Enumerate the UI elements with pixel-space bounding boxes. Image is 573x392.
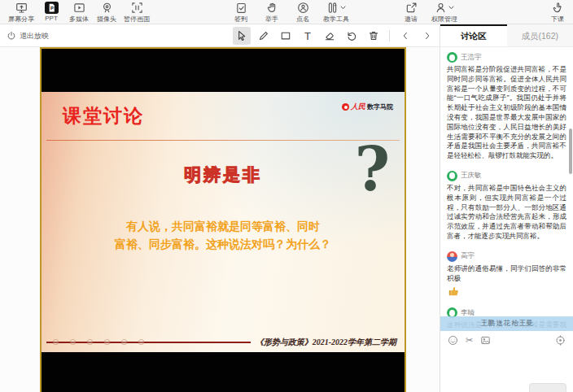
chevron-right-icon: [422, 31, 432, 41]
rectangle-icon: [280, 30, 291, 41]
next-page-button[interactable]: [418, 27, 436, 45]
send-button[interactable]: [529, 383, 566, 392]
chat-message: 王浩宇 共同富裕是分阶段促进共同富裕，不是同时同步同等富裕。促进全体人民共同富裕…: [447, 52, 566, 161]
toolbar-label: PPT: [45, 15, 58, 22]
pen-icon: [258, 30, 269, 41]
toolbar-group-left: 屏幕分享 P PPT 多媒体 摄像头 暂停画面: [8, 2, 150, 24]
svg-text:P: P: [50, 6, 53, 11]
brand-name: 人民: [351, 102, 365, 112]
slide-headline: 明辨是非: [42, 163, 405, 186]
gift-notification-text: 王鹏 送花 给王曼: [480, 319, 532, 329]
cursor-tool[interactable]: [233, 27, 251, 45]
record-icon[interactable]: [555, 335, 566, 346]
image-icon[interactable]: [480, 335, 491, 346]
toolbar-label: 暂停画面: [124, 15, 150, 24]
toolbar-label: 权限管理: [431, 15, 457, 24]
chevron-down-icon: [448, 6, 454, 10]
invite-button[interactable]: 邀请: [400, 2, 422, 24]
tab-discussion[interactable]: 讨论区: [440, 24, 507, 46]
message-text: 老师讲的通俗易懂，同学们回答的非常积极: [447, 264, 566, 284]
prev-page-button[interactable]: [396, 27, 414, 45]
pause-screen-button[interactable]: 暂停画面: [124, 2, 150, 24]
permission-icon: [435, 2, 447, 14]
scrollbar-thumb[interactable]: [569, 128, 572, 174]
teaching-tools-icon: [326, 2, 339, 14]
presentation-area: 课堂讨论 人民 数字马院 明辨是非 ? 有人说，共同富裕就是同等富裕、同时 富裕…: [0, 47, 440, 392]
brand-logo: 人民 数字马院: [342, 102, 393, 112]
toolbar-label: 点名: [296, 15, 309, 24]
toolbar-group-right: 邀请 权限管理: [400, 2, 457, 24]
text-tool[interactable]: T: [299, 27, 317, 45]
toolbar-group-end: 下课: [547, 2, 568, 24]
exit-presentation-label: 退出放映: [20, 31, 49, 41]
slide-question: 有人说，共同富裕就是同等富裕、同时 富裕、同步富裕。这种说法对吗？为什么？: [50, 218, 396, 253]
sender-name: 王浩宇: [461, 53, 482, 63]
toolbar-label: 摄像头: [97, 15, 116, 24]
sidebar: 讨论区 成员(162) 王浩宇 共同富裕是分阶段促进共同富裕，不是同时同步同等富…: [440, 24, 573, 392]
sign-in-icon: [235, 2, 247, 14]
toolbar-label: 多媒体: [69, 15, 89, 24]
tab-members[interactable]: 成员(162): [507, 24, 573, 46]
chat-input-toolbar: ✂: [440, 331, 573, 349]
sign-in-button[interactable]: 签到: [230, 2, 252, 24]
class-dismiss-button[interactable]: 下课: [547, 2, 568, 24]
question-mark: ?: [355, 139, 390, 199]
message-text: 共同富裕是分阶段促进共同富裕，不是同时同步同等富裕。促进全体人民共同富裕是一个从…: [447, 65, 566, 161]
top-toolbar: 屏幕分享 P PPT 多媒体 摄像头 暂停画面 签到 举手 点名: [0, 0, 573, 24]
toolbar-label: 下课: [551, 15, 564, 24]
slide-title: 课堂讨论: [63, 103, 144, 128]
toolbar-group-middle: 签到 举手 点名 教学工具: [230, 2, 349, 24]
exit-presentation-button[interactable]: 退出放映: [7, 24, 49, 47]
screen-share-button[interactable]: 屏幕分享: [8, 2, 34, 24]
slide-divider: [46, 140, 400, 141]
message-list[interactable]: 王浩宇 共同富裕是分阶段促进共同富裕，不是同时同步同等富裕。促进全体人民共同富裕…: [440, 47, 573, 331]
toolbar-label: 举手: [265, 15, 278, 24]
message-text: 不对，共同富裕是中国特色社会主义的根本原则，但实现共同富裕是一个过程，只有鼓励一…: [447, 184, 566, 242]
draw-toolbar: T: [233, 24, 436, 47]
pen-tool[interactable]: [255, 27, 273, 45]
toolbar-label: 教学工具: [323, 15, 349, 24]
invite-icon: [405, 2, 418, 14]
camera-icon: [101, 2, 113, 14]
multimedia-button[interactable]: 多媒体: [68, 2, 90, 24]
brand-suffix: 数字马院: [367, 102, 393, 111]
scissors-icon[interactable]: ✂: [466, 336, 473, 345]
roll-call-icon: [297, 2, 309, 14]
sender-name: 王庆敏: [461, 171, 482, 181]
trash-icon: [368, 30, 379, 41]
footer-line: [46, 342, 251, 343]
toolbar-label: 邀请: [405, 15, 418, 24]
ppt-button[interactable]: P PPT: [41, 2, 62, 22]
toolbar-label: 屏幕分享: [8, 15, 34, 24]
thumbs-up-icon: [447, 285, 566, 298]
emoji-icon[interactable]: [448, 335, 458, 346]
roll-call-button[interactable]: 点名: [292, 2, 313, 24]
raise-hand-button[interactable]: 举手: [261, 2, 282, 24]
avatar: [447, 171, 457, 181]
pause-screen-icon: [131, 2, 143, 14]
slide-footer: 《形势与政策》2021-2022学年第二学期: [46, 337, 396, 348]
eraser-tool[interactable]: [321, 27, 339, 45]
undo-tool[interactable]: [343, 27, 361, 45]
exit-presentation-icon: [7, 31, 16, 41]
raise-hand-icon: [266, 2, 278, 14]
ppt-icon: P: [45, 2, 59, 14]
chat-message: 王庆敏 不对，共同富裕是中国特色社会主义的根本原则，但实现共同富裕是一个过程，只…: [447, 171, 566, 242]
delete-tool[interactable]: [365, 27, 383, 45]
eraser-icon: [324, 30, 335, 41]
chat-input[interactable]: [440, 349, 573, 392]
teaching-tools-button[interactable]: 教学工具: [323, 2, 349, 24]
chat-message: 高宇 老师讲的通俗易懂，同学们回答的非常积极: [447, 251, 566, 298]
permission-button[interactable]: 权限管理: [431, 2, 457, 24]
course-label: 《形势与政策》2021-2022学年第二学期: [256, 337, 396, 348]
multimedia-icon: [73, 2, 85, 14]
presentation-canvas[interactable]: 课堂讨论 人民 数字马院 明辨是非 ? 有人说，共同富裕就是同等富裕、同时 富裕…: [40, 47, 406, 392]
brand-logo-icon: [342, 103, 349, 111]
undo-icon: [346, 30, 357, 41]
text-tool-icon: T: [304, 30, 311, 42]
sidebar-tabs: 讨论区 成员(162): [440, 24, 573, 47]
toolbar-label: 签到: [234, 15, 247, 24]
rectangle-tool[interactable]: [277, 27, 295, 45]
chevron-down-icon: [340, 6, 346, 10]
camera-button[interactable]: 摄像头: [96, 2, 117, 24]
